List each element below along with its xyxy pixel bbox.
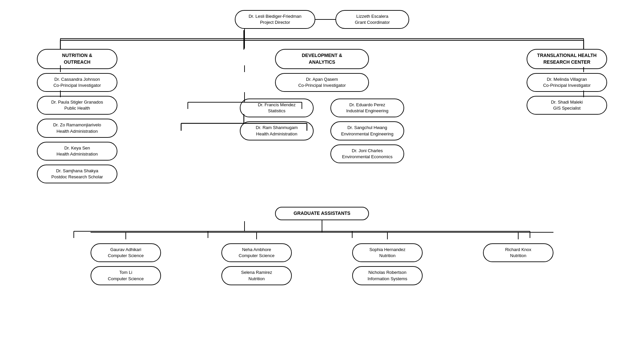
grad-col3-vline xyxy=(387,233,388,239)
zo-name: Dr. Zo Ramamonjiarivelo xyxy=(53,122,101,128)
sangchul-hwang-node: Dr. Sangchul Hwang Environmental Enginee… xyxy=(330,121,404,140)
coordinator-title: Grant Coordinator xyxy=(355,19,390,25)
nutrition-outreach-header: NUTRITION &OUTREACH xyxy=(37,49,117,69)
nutrition-outreach-label: NUTRITION &OUTREACH xyxy=(62,52,92,65)
grad-col-2: Neha Ambhore Computer Science Selena Ram… xyxy=(221,233,292,285)
top-spacer xyxy=(7,29,637,49)
apan-qasem-node: Dr. Apan Qasem Co-Principal Investigator xyxy=(275,73,369,92)
paula-stigler-name: Dr. Paula Stigler Granados xyxy=(51,99,103,105)
translational-label: TRANSLATIONAL HEALTHRESEARCH CENTER xyxy=(537,52,596,65)
nicholas-name: Nicholas Robertson xyxy=(368,269,406,276)
melinda-villagran-role: Co-Principal Investigator xyxy=(543,82,591,88)
gaurav-adhikari-node: Gaurav Adhikari Computer Science xyxy=(91,243,161,262)
director-name: Dr. Lesli Biediger-Friedman xyxy=(249,13,302,19)
apan-qasem-role: Co-Principal Investigator xyxy=(298,82,346,88)
joni-charles-dept: Environmental Economics xyxy=(342,154,392,160)
samjhana-name: Dr. Samjhana Shakya xyxy=(56,168,98,174)
dev-analytics-label: DEVELOPMENT &ANALYTICS xyxy=(302,52,342,65)
richard-name: Richard Knox xyxy=(505,247,531,253)
grad-assistants-header: GRADUATE ASSISTANTS xyxy=(275,207,369,220)
paula-stigler-dept: Public Health xyxy=(64,105,90,111)
project-director-node: Dr. Lesli Biediger-Friedman Project Dire… xyxy=(235,10,315,29)
grad-col-3: Sophia Hernandez Nutrition Nicholas Robe… xyxy=(352,233,423,285)
selena-name: Selena Ramirez xyxy=(241,269,272,276)
ram-shanmugam-name: Dr. Ram Shanmugam xyxy=(256,125,298,131)
director-connector xyxy=(315,19,335,20)
grad-vertical-line xyxy=(322,220,322,232)
grad-col2-vline xyxy=(256,233,257,239)
grad-col-4: Richard Knox Nutrition xyxy=(483,233,553,285)
apan-qasem-name: Dr. Apan Qasem xyxy=(306,76,338,82)
francis-mendez-dept: Statistics xyxy=(268,108,285,114)
richard-dept: Nutrition xyxy=(510,253,526,259)
sophia-dept: Nutrition xyxy=(379,253,395,259)
grad-assistants-label: GRADUATE ASSISTANTS xyxy=(293,210,350,217)
melinda-villagran-name: Dr. Melinda Villagran xyxy=(547,76,587,82)
neha-dept: Computer Science xyxy=(239,253,275,259)
sophia-name: Sophia Hernandez xyxy=(369,247,406,253)
center-left-subcol: Dr. Francis Mendez Statistics Dr. Ram Sh… xyxy=(240,99,314,140)
keya-sen-dept: Health Administration xyxy=(57,151,98,157)
cassandra-johnson-name: Dr. Cassandra Johnson xyxy=(54,76,100,82)
selena-dept: Nutrition xyxy=(249,276,265,282)
tom-dept: Computer Science xyxy=(108,276,144,282)
samjhana-shakya-node: Dr. Samjhana Shakya Postdoc Research Sch… xyxy=(37,165,117,183)
joni-charles-node: Dr. Joni Charles Environmental Economics xyxy=(330,144,404,163)
paula-stigler-node: Dr. Paula Stigler Granados Public Health xyxy=(37,96,117,115)
grad-col1-vline xyxy=(125,233,126,239)
nicholas-dept: Information Systems xyxy=(368,276,408,282)
francis-mendez-node: Dr. Francis Mendez Statistics xyxy=(240,99,314,117)
samjhana-dept: Postdoc Research Scholar xyxy=(51,174,103,180)
ram-shanmugam-dept: Health Administration xyxy=(256,131,298,137)
selena-ramirez-node: Selena Ramirez Nutrition xyxy=(221,266,292,285)
francis-mendez-name: Dr. Francis Mendez xyxy=(258,102,296,108)
joni-charles-name: Dr. Joni Charles xyxy=(352,148,383,154)
director-title: Project Director xyxy=(260,19,290,25)
zo-dept: Health Administration xyxy=(57,128,98,134)
gaurav-dept: Computer Science xyxy=(108,253,144,259)
grant-coordinator-node: Lizzeth Escalera Grant Coordinator xyxy=(335,10,409,29)
dev-analytics-header: DEVELOPMENT &ANALYTICS xyxy=(275,49,369,69)
translational-header: TRANSLATIONAL HEALTHRESEARCH CENTER xyxy=(527,49,607,69)
sophia-hernandez-node: Sophia Hernandez Nutrition xyxy=(352,243,423,262)
ram-shanmugam-node: Dr. Ram Shanmugam Health Administration xyxy=(240,121,314,140)
grad-col-1: Gaurav Adhikari Computer Science Tom Li … xyxy=(91,233,161,285)
keya-sen-node: Dr. Keya Sen Health Administration xyxy=(37,142,117,161)
cassandra-johnson-role: Co-Principal Investigator xyxy=(53,82,101,88)
nutrition-outreach-column: NUTRITION &OUTREACH Dr. Cassandra Johnso… xyxy=(20,49,134,183)
graduate-assistants-section: GRADUATE ASSISTANTS Gaurav Adhikari Comp… xyxy=(7,207,637,285)
center-right-subcol: Dr. Eduardo Perez Industrial Engineering… xyxy=(330,99,404,163)
org-chart: Dr. Lesli Biediger-Friedman Project Dire… xyxy=(0,0,644,295)
melinda-villagran-node: Dr. Melinda Villagran Co-Principal Inves… xyxy=(527,73,607,92)
translational-health-column: TRANSLATIONAL HEALTHRESEARCH CENTER Dr. … xyxy=(510,49,624,115)
cassandra-johnson-node: Dr. Cassandra Johnson Co-Principal Inves… xyxy=(37,73,117,92)
shadi-maleki-node: Dr. Shadi Maleki GIS Specialist xyxy=(527,96,607,115)
keya-sen-name: Dr. Keya Sen xyxy=(64,145,90,151)
zo-ramamonjiarivelo-node: Dr. Zo Ramamonjiarivelo Health Administr… xyxy=(37,119,117,137)
tom-name: Tom Li xyxy=(119,269,132,276)
eduardo-perez-dept: Industrial Engineering xyxy=(346,108,388,114)
eduardo-perez-name: Dr. Eduardo Perez xyxy=(350,102,385,108)
sangchul-hwang-dept: Environmental Engineering xyxy=(341,131,393,137)
eduardo-perez-node: Dr. Eduardo Perez Industrial Engineering xyxy=(330,99,404,117)
gaurav-name: Gaurav Adhikari xyxy=(110,247,142,253)
shadi-maleki-dept: GIS Specialist xyxy=(553,105,581,111)
coordinator-name: Lizzeth Escalera xyxy=(356,13,388,19)
dev-analytics-column: DEVELOPMENT &ANALYTICS Dr. Apan Qasem Co… xyxy=(195,49,449,163)
grad-col4-vline xyxy=(518,233,519,239)
tom-li-node: Tom Li Computer Science xyxy=(91,266,161,285)
shadi-maleki-name: Dr. Shadi Maleki xyxy=(551,99,583,105)
grad-columns-row: Gaurav Adhikari Computer Science Tom Li … xyxy=(91,233,553,285)
neha-ambhore-node: Neha Ambhore Computer Science xyxy=(221,243,292,262)
nicholas-robertson-node: Nicholas Robertson Information Systems xyxy=(352,266,423,285)
sangchul-hwang-name: Dr. Sangchul Hwang xyxy=(347,125,387,131)
richard-knox-node: Richard Knox Nutrition xyxy=(483,243,553,262)
neha-name: Neha Ambhore xyxy=(242,247,271,253)
